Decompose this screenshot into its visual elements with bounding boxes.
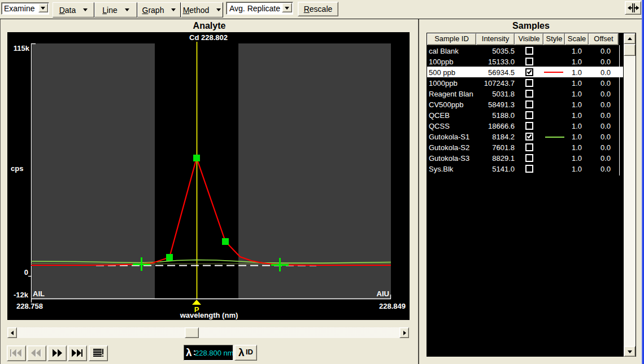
svg-text:228.758: 228.758 (16, 302, 43, 310)
svg-text:cps: cps (11, 164, 23, 173)
svg-text:Cd 228.802: Cd 228.802 (189, 33, 228, 42)
svg-text:115k: 115k (14, 44, 30, 52)
svg-text:AIU: AIU (377, 290, 389, 298)
svg-text:wavelength (nm): wavelength (nm) (180, 311, 238, 319)
svg-text:AIL: AIL (33, 290, 45, 298)
svg-text:228.849: 228.849 (379, 302, 406, 310)
svg-text:-12k: -12k (14, 291, 29, 299)
svg-text:0: 0 (24, 268, 28, 277)
